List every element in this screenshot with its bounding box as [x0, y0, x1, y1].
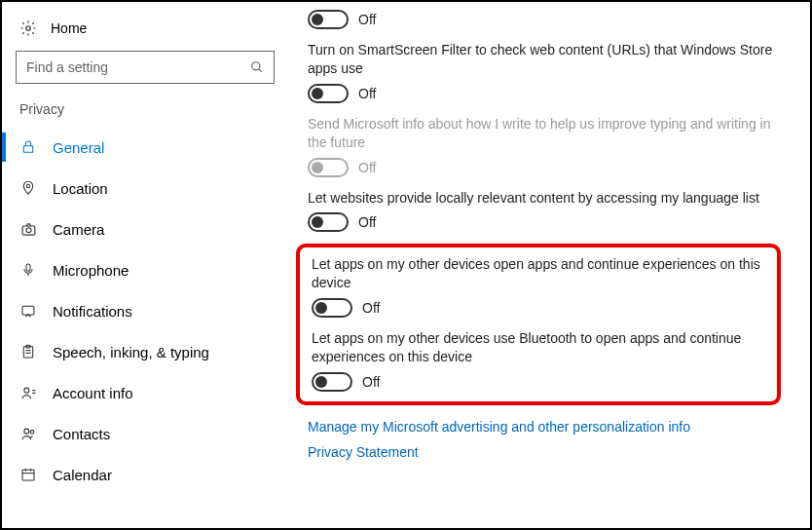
setting-other-devices-bluetooth: Let apps on my other devices use Bluetoo…	[312, 329, 765, 392]
setting-other-devices-open: Let apps on my other devices open apps a…	[312, 255, 765, 318]
svg-point-1	[252, 62, 260, 70]
setting-text: Turn on SmartScreen Filter to check web …	[308, 41, 781, 78]
toggle-state: Off	[362, 374, 380, 390]
link-privacy-statement[interactable]: Privacy Statement	[308, 444, 781, 460]
search-icon	[250, 60, 264, 74]
nav-label: Camera	[53, 221, 104, 238]
sidebar-item-location[interactable]: Location	[2, 168, 288, 208]
sidebar-item-notifications[interactable]: Notifications	[2, 290, 288, 331]
sidebar-item-general[interactable]: General	[2, 127, 288, 168]
setting-language-list: Let websites provide locally relevant co…	[308, 189, 781, 233]
contacts-icon	[19, 425, 37, 442]
toggle-switch[interactable]	[308, 212, 349, 232]
nav-label: Calendar	[53, 467, 112, 483]
lock-icon	[19, 138, 37, 156]
nav-label: Location	[53, 180, 108, 197]
setting-text: Send Microsoft info about how I write to…	[308, 115, 781, 152]
gear-icon	[19, 19, 37, 37]
nav-label: Account info	[53, 385, 133, 401]
svg-rect-3	[23, 146, 32, 153]
toggle-switch[interactable]	[312, 372, 352, 392]
sidebar-item-contacts[interactable]: Contacts	[2, 413, 288, 454]
setting-smartscreen: Turn on SmartScreen Filter to check web …	[308, 41, 781, 103]
location-icon	[19, 179, 37, 197]
svg-rect-7	[26, 264, 30, 271]
sidebar-item-speech[interactable]: Speech, inking, & typing	[2, 331, 288, 372]
calendar-icon	[19, 466, 37, 483]
svg-rect-18	[22, 470, 34, 480]
nav-label: Notifications	[53, 303, 132, 320]
link-manage-advertising[interactable]: Manage my Microsoft advertising and othe…	[308, 419, 781, 435]
toggle-state: Off	[358, 12, 376, 27]
nav-label: Microphone	[53, 262, 129, 279]
toggle-state: Off	[362, 300, 380, 316]
svg-point-6	[26, 227, 31, 232]
search-input[interactable]: Find a setting	[16, 51, 275, 84]
section-label: Privacy	[2, 97, 288, 127]
account-icon	[19, 384, 37, 401]
sidebar-item-calendar[interactable]: Calendar	[2, 454, 288, 495]
setting-text: Let apps on my other devices open apps a…	[312, 255, 765, 292]
setting-text: Let apps on my other devices use Bluetoo…	[312, 329, 765, 366]
home-nav[interactable]: Home	[2, 14, 288, 51]
svg-point-4	[26, 184, 29, 187]
clipboard-icon	[19, 343, 37, 360]
sidebar-item-microphone[interactable]: Microphone	[2, 249, 288, 290]
setting-advertising-id-toggle-only: Off	[308, 10, 781, 29]
svg-point-17	[30, 430, 34, 434]
sidebar-item-camera[interactable]: Camera	[2, 208, 288, 249]
svg-point-13	[23, 388, 28, 393]
notifications-icon	[19, 302, 37, 320]
toggle-state: Off	[358, 214, 376, 230]
toggle-switch[interactable]	[312, 298, 352, 318]
setting-text: Let websites provide locally relevant co…	[308, 189, 781, 208]
nav-label: Contacts	[53, 426, 110, 442]
camera-icon	[19, 220, 37, 238]
toggle-state: Off	[358, 86, 376, 101]
nav-label: Speech, inking, & typing	[53, 344, 209, 360]
svg-line-2	[259, 69, 262, 72]
svg-point-16	[23, 429, 28, 434]
toggle-state: Off	[358, 160, 376, 175]
toggle-switch[interactable]	[308, 10, 349, 29]
sidebar-item-account[interactable]: Account info	[2, 372, 288, 413]
nav-label: General	[53, 139, 104, 156]
search-placeholder: Find a setting	[26, 59, 108, 75]
toggle-switch[interactable]	[308, 84, 349, 103]
highlight-annotation: Let apps on my other devices open apps a…	[296, 244, 781, 405]
setting-send-info: Send Microsoft info about how I write to…	[308, 115, 781, 177]
microphone-icon	[19, 261, 37, 279]
svg-point-0	[26, 26, 31, 31]
svg-rect-8	[22, 306, 34, 315]
home-label: Home	[51, 20, 87, 36]
content-area: Off Turn on SmartScreen Filter to check …	[288, 2, 810, 528]
sidebar: Home Find a setting Privacy General	[2, 2, 288, 528]
toggle-switch-disabled	[308, 158, 349, 177]
settings-window: Home Find a setting Privacy General	[0, 0, 812, 530]
